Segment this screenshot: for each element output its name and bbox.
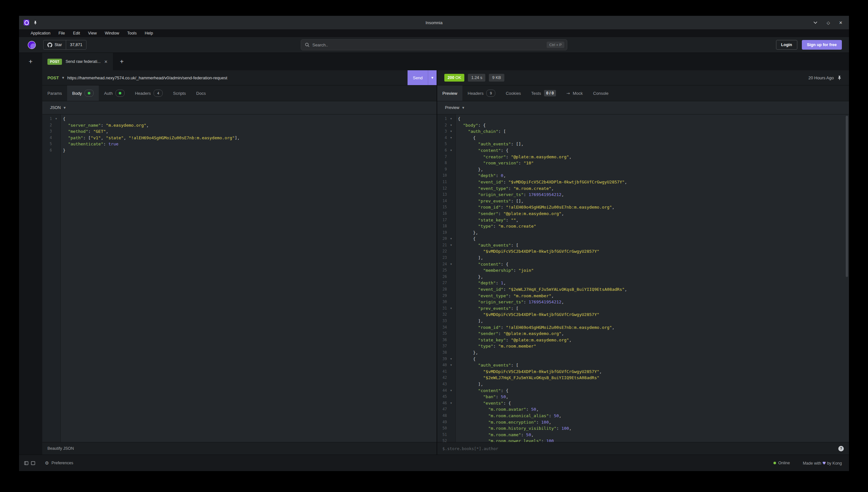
menu-file[interactable]: File [58, 31, 65, 35]
fold-icon[interactable]: ▾ [447, 400, 455, 407]
code-line[interactable]: 13 "origin_server_ts": 1769541954212, [437, 192, 849, 198]
tab-response-headers[interactable]: Headers9 [462, 85, 500, 101]
tab-console[interactable]: Console [588, 85, 614, 101]
tab-auth[interactable]: Auth [99, 85, 130, 101]
code-line[interactable]: 17 "state_key": "", [437, 217, 849, 223]
code-line[interactable]: 44▾ "content": { [437, 388, 849, 394]
tab-close-icon[interactable]: ✕ [104, 59, 108, 64]
fold-icon[interactable]: ▾ [52, 116, 60, 122]
code-line[interactable]: 23 ], [437, 255, 849, 261]
code-line[interactable]: 20▾ { [437, 236, 849, 242]
code-line[interactable]: 36 "state_key": "@plate:m.easydemo.org", [437, 337, 849, 343]
github-star-widget[interactable]: Star 37,871 [43, 40, 87, 50]
code-line[interactable]: 28 "event_id": "$2eWLJ7HqX_FJu5mYALvOKqs… [437, 286, 849, 293]
code-line[interactable]: 2 "server_name": "m.easydemo.org", [42, 122, 437, 129]
code-line[interactable]: 25 "membership": "join" [437, 267, 849, 274]
response-age[interactable]: 20 Hours Ago [808, 75, 834, 80]
fold-icon[interactable]: ▾ [447, 242, 455, 249]
fold-icon[interactable]: ▾ [447, 122, 455, 129]
search-input[interactable]: Search.. Ctrl + P [301, 39, 567, 50]
code-line[interactable]: 2▾ "body": { [437, 122, 849, 129]
code-line[interactable]: 3▾ "auth_chain": [ [437, 128, 849, 135]
code-line[interactable]: 5 "authenticate": true [42, 141, 437, 147]
code-line[interactable]: 35 "sender": "@plate:m.easydemo.org", [437, 330, 849, 337]
fold-icon[interactable]: ▾ [447, 128, 455, 135]
code-line[interactable]: 5 "auth_events": [], [437, 141, 849, 147]
online-status[interactable]: Online [773, 461, 790, 465]
fold-icon[interactable]: ▾ [447, 356, 455, 362]
code-line[interactable]: 47 "m.room.avatar": 50, [437, 406, 849, 413]
code-line[interactable]: 31▾ "prev_events": [ [437, 305, 849, 312]
code-line[interactable]: 14 "prev_events": [], [437, 198, 849, 204]
code-line[interactable]: 1▾{ [437, 116, 849, 122]
url-input[interactable]: https://hammerhead.nexy7574.co.uk/_hamme… [67, 75, 228, 80]
code-line[interactable]: 48 "m.room.canonical_alias": 50, [437, 413, 849, 419]
response-filter-input[interactable]: $.store.books[*].author [442, 446, 498, 451]
tab-scripts[interactable]: Scripts [168, 85, 191, 101]
code-line[interactable]: 37 "type": "m.room.member" [437, 343, 849, 349]
login-button[interactable]: Login [776, 40, 797, 50]
code-line[interactable]: 26 }, [437, 274, 849, 280]
body-type-selector[interactable]: JSON ▼ [42, 101, 437, 115]
request-body-editor[interactable]: 1▾{2 "server_name": "m.easydemo.org",3 "… [42, 115, 437, 442]
code-line[interactable]: 49 "m.room.encryption": 100, [437, 419, 849, 425]
code-line[interactable]: 38 }, [437, 349, 849, 356]
toggle-left-panel-icon[interactable] [24, 461, 28, 465]
code-line[interactable]: 22 "$vMDOpiFcV5C2b4XDPlm-0kwtjbfGGVfCrGw… [437, 248, 849, 255]
code-line[interactable]: 4▾ { [437, 135, 849, 141]
menu-window[interactable]: Window [105, 31, 119, 35]
tab-docs[interactable]: Docs [191, 85, 211, 101]
code-line[interactable]: 4 "path": ["v1", "state", "!alEH69o4SgHG… [42, 135, 437, 141]
code-line[interactable]: 52 "m.room.power_levels": 100 [437, 438, 849, 442]
sidebar-add-button[interactable]: + [29, 57, 32, 66]
minimize-button[interactable] [813, 20, 818, 25]
code-line[interactable]: 29 "event_type": "m.room.member", [437, 293, 849, 299]
code-line[interactable]: 42 "$2eWLJ7HqX_FJu5mYALvOKqsB_8uiYIIQ9Et… [437, 375, 849, 381]
send-button[interactable]: Send ▼ [407, 70, 437, 85]
method-label[interactable]: POST [47, 75, 59, 80]
fold-icon[interactable]: ▾ [447, 236, 455, 242]
maximize-button[interactable]: ◇ [827, 20, 830, 25]
code-line[interactable]: 27 "depth": 1, [437, 280, 849, 286]
code-line[interactable]: 45 "ban": 50, [437, 394, 849, 400]
code-line[interactable]: 18 "type": "m.room.create" [437, 223, 849, 229]
tab-body[interactable]: Body [67, 85, 99, 101]
code-line[interactable]: 12 "event_type": "m.room.create", [437, 186, 849, 192]
beautify-json-button[interactable]: Beautify JSON [47, 446, 74, 451]
menu-tools[interactable]: Tools [127, 31, 137, 35]
response-body-viewer[interactable]: 1▾{2▾ "body": {3▾ "auth_chain": [4▾ {5 "… [437, 115, 849, 442]
code-line[interactable]: 8 "room_version": "10" [437, 160, 849, 166]
code-line[interactable]: 15 "room_id": "!alEH69o4SgHGMoiZu00sE7nb… [437, 204, 849, 211]
code-line[interactable]: 51 "m.room.name": 50, [437, 432, 849, 438]
signup-button[interactable]: Sign up for free [802, 40, 842, 50]
code-line[interactable]: 34 "room_id": "!alEH69o4SgHGMoiZu00sE7nb… [437, 324, 849, 331]
code-line[interactable]: 39▾ { [437, 356, 849, 362]
new-tab-button[interactable]: + [113, 53, 131, 70]
fold-icon[interactable]: ▾ [447, 147, 455, 154]
close-window-button[interactable]: ✕ [839, 20, 843, 25]
toggle-layout-icon[interactable] [31, 461, 35, 465]
code-line[interactable]: 9 }, [437, 166, 849, 173]
code-line[interactable]: 1▾{ [42, 116, 437, 122]
code-line[interactable]: 50 "m.room.history_visibility": 100, [437, 425, 849, 432]
method-dropdown-icon[interactable]: ▼ [62, 76, 64, 79]
fold-icon[interactable]: ▾ [447, 388, 455, 394]
history-pin-icon[interactable] [837, 75, 842, 80]
code-line[interactable]: 6} [42, 147, 437, 154]
send-dropdown-icon[interactable]: ▼ [428, 70, 437, 85]
code-line[interactable]: 24▾ "content": { [437, 261, 849, 268]
fold-icon[interactable]: ▾ [447, 135, 455, 141]
code-line[interactable]: 19 }, [437, 229, 849, 236]
tab-params[interactable]: Params [42, 85, 67, 101]
menu-view[interactable]: View [88, 31, 97, 35]
response-scrollbar[interactable] [846, 116, 848, 277]
tab-mock[interactable]: →Mock [561, 85, 588, 101]
preferences-button[interactable]: ⚙ Preferences [45, 460, 73, 466]
code-line[interactable]: 6▾ "content": { [437, 147, 849, 154]
code-line[interactable]: 11 "event_id": "$vMDOpiFcV5C2b4XDPlm-0kw… [437, 179, 849, 186]
tab-request-headers[interactable]: Headers4 [130, 85, 168, 101]
fold-icon[interactable]: ▾ [447, 261, 455, 268]
tab-cookies[interactable]: Cookies [500, 85, 526, 101]
code-line[interactable]: 33 ], [437, 318, 849, 324]
fold-icon[interactable]: ▾ [447, 362, 455, 369]
